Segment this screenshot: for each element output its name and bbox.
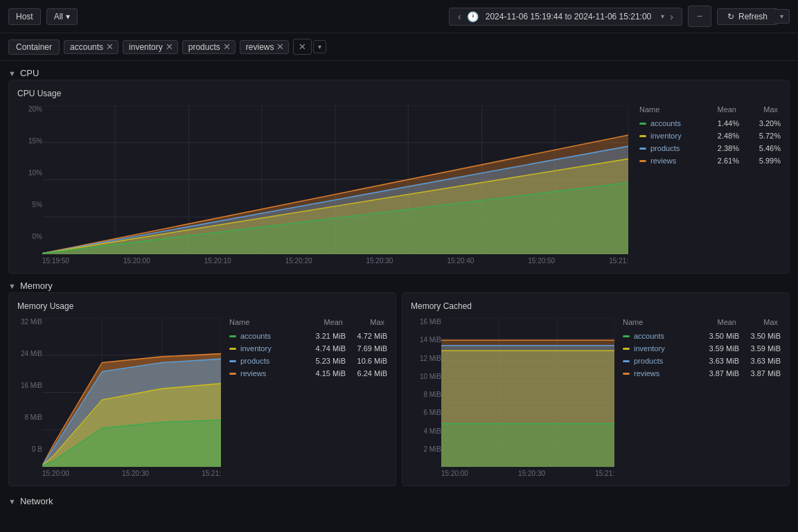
mc-x-3: 15:21:: [595, 470, 614, 477]
inventory-tag-close[interactable]: ✕: [166, 42, 173, 51]
memory-chevron-icon: ▼: [8, 282, 16, 290]
time-range-nav: ‹ 🕐 2024-11-06 15:19:44 to 2024-11-06 15…: [449, 8, 682, 26]
mu-reviews-max: 6.24 MiB: [346, 369, 387, 378]
mc-reviews-name: reviews: [634, 369, 698, 378]
mu-y-24: 24 MiB: [17, 350, 42, 357]
reviews-max: 5.99%: [739, 157, 781, 165]
mc-legend-inventory: inventory 3.59 MiB 3.59 MiB: [623, 344, 781, 353]
network-section-title: Network: [20, 496, 53, 506]
cpu-y-labels: 20% 15% 10% 5% 0%: [17, 105, 42, 254]
mu-legend-accounts: accounts 3.21 MiB 4.72 MiB: [229, 332, 387, 340]
mu-accounts-mean: 3.21 MiB: [304, 332, 346, 340]
cpu-legend-max-col: Max: [736, 105, 778, 114]
mu-accounts-name: accounts: [240, 332, 304, 340]
memory-usage-inner: 32 MiB 24 MiB 16 MiB 8 MiB 0 B: [17, 318, 221, 467]
memory-section-header[interactable]: ▼ Memory: [8, 279, 790, 292]
mc-y-10: 10 MiB: [411, 373, 441, 380]
reviews-tag-label: reviews: [246, 42, 274, 52]
host-button[interactable]: Host: [8, 8, 41, 25]
mu-legend-inventory: inventory 4.74 MiB 7.69 MiB: [229, 344, 387, 353]
inventory-dot: [639, 135, 646, 137]
cpu-x-3: 15:20:10: [204, 257, 231, 265]
all-dropdown[interactable]: All ▾: [46, 8, 78, 25]
main-content: ▼ CPU CPU Usage 20% 15% 10% 5% 0%: [0, 61, 798, 532]
accounts-tag-close[interactable]: ✕: [106, 42, 114, 51]
refresh-dropdown-button[interactable]: ▾: [774, 9, 790, 24]
memory-usage-x-labels: 15:20:00 15:20:30 15:21:: [17, 470, 221, 477]
cpu-chart-area: 20% 15% 10% 5% 0%: [17, 105, 628, 265]
mc-reviews-dot: [623, 373, 630, 375]
mu-reviews-name: reviews: [240, 369, 304, 378]
refresh-button[interactable]: ↻ Refresh: [717, 8, 778, 25]
mu-products-name: products: [240, 357, 304, 365]
mc-y-8: 8 MiB: [411, 391, 441, 398]
zoom-out-button[interactable]: －: [688, 6, 711, 27]
network-section-header[interactable]: ▼ Network: [8, 495, 790, 508]
mu-inventory-name: inventory: [240, 344, 304, 353]
cpu-legend: Name Mean Max accounts 1.44% 3.20% inven…: [628, 105, 781, 265]
chevron-down-icon: ▾: [66, 12, 70, 21]
mu-products-max: 10.6 MiB: [346, 357, 387, 365]
cpu-y-15: 15%: [17, 137, 42, 145]
cpu-chart-panel: CPU Usage 20% 15% 10% 5% 0%: [8, 80, 790, 274]
memory-cached-chart-container: 16 MiB 14 MiB 12 MiB 10 MiB 8 MiB 6 MiB …: [411, 318, 781, 477]
filter-extra-buttons: ✕ ▾: [293, 39, 326, 55]
mu-x-3: 15:21:: [202, 470, 221, 477]
cpu-legend-products: products 2.38% 5.46%: [639, 144, 781, 152]
container-filter-button[interactable]: Container: [8, 39, 60, 55]
cpu-x-labels: 15:19:50 15:20:00 15:20:10 15:20:20 15:2…: [17, 257, 628, 265]
mc-x-2: 15:20:30: [518, 470, 545, 477]
memory-cached-svg-area: [441, 318, 614, 467]
next-arrow-icon[interactable]: ›: [667, 11, 676, 22]
mu-x-2: 15:20:30: [122, 470, 149, 477]
mc-legend-reviews: reviews 3.87 MiB 3.87 MiB: [623, 369, 781, 378]
mc-legend-accounts: accounts 3.50 MiB 3.50 MiB: [623, 332, 781, 340]
filter-bar: Container accounts ✕ inventory ✕ product…: [0, 33, 798, 61]
mc-reviews-mean: 3.87 MiB: [698, 369, 739, 378]
mu-accounts-max: 4.72 MiB: [346, 332, 387, 340]
cpu-chevron-icon: ▼: [8, 69, 16, 78]
accounts-tag-label: accounts: [70, 42, 103, 52]
reviews-mean: 2.61%: [698, 157, 739, 165]
inventory-tag-label: inventory: [129, 42, 163, 52]
network-chevron-icon: ▼: [8, 497, 16, 506]
products-tag-close[interactable]: ✕: [223, 42, 231, 51]
memory-section: ▼ Memory Memory Usage 32 MiB 24 MiB 16 M…: [8, 279, 790, 486]
memory-panels-row: Memory Usage 32 MiB 24 MiB 16 MiB 8 MiB …: [8, 292, 790, 486]
reviews-tag[interactable]: reviews ✕: [240, 40, 290, 54]
time-caret-icon[interactable]: ▾: [661, 12, 664, 20]
mu-reviews-mean: 4.15 MiB: [304, 369, 346, 378]
accounts-tag[interactable]: accounts ✕: [64, 40, 118, 54]
cpu-x-6: 15:20:40: [447, 257, 474, 265]
memory-usage-legend: Name Mean Max accounts 3.21 MiB 4.72 MiB: [221, 318, 387, 477]
cpu-svg: [42, 105, 628, 254]
svg-marker-46: [441, 424, 614, 467]
clear-filters-button[interactable]: ✕: [293, 39, 312, 55]
refresh-label: Refresh: [738, 12, 768, 21]
mu-legend-mean-col: Mean: [301, 318, 343, 326]
cpu-section-header[interactable]: ▼ CPU: [8, 66, 790, 80]
memory-cached-legend: Name Mean Max accounts 3.50 MiB 3.50 MiB: [614, 318, 781, 477]
inventory-legend-name: inventory: [650, 132, 698, 140]
memory-cached-panel: Memory Cached 16 MiB 14 MiB 12 MiB 10 Mi…: [402, 292, 790, 486]
cpu-legend-header: Name Mean Max: [639, 105, 781, 114]
products-tag-label: products: [188, 42, 220, 52]
inventory-max: 5.72%: [739, 132, 781, 140]
expand-filters-button[interactable]: ▾: [313, 40, 326, 53]
reviews-tag-close[interactable]: ✕: [276, 42, 284, 51]
mc-y-16: 16 MiB: [411, 318, 441, 326]
mc-y-6: 6 MiB: [411, 409, 441, 416]
mu-inventory-mean: 4.74 MiB: [304, 344, 346, 353]
mc-legend-max-col: Max: [736, 318, 778, 326]
inventory-mean: 2.48%: [698, 132, 739, 140]
cpu-x-4: 15:20:20: [285, 257, 312, 265]
products-tag[interactable]: products ✕: [182, 40, 236, 54]
cpu-chart-title: CPU Usage: [17, 89, 781, 98]
inventory-tag[interactable]: inventory ✕: [123, 40, 178, 54]
prev-arrow-icon[interactable]: ‹: [455, 11, 464, 22]
memory-cached-y-labels: 16 MiB 14 MiB 12 MiB 10 MiB 8 MiB 6 MiB …: [411, 318, 441, 467]
products-legend-name: products: [650, 144, 698, 152]
products-mean: 2.38%: [698, 144, 739, 152]
cpu-svg-area: [42, 105, 628, 254]
refresh-group: ↻ Refresh ▾: [717, 8, 790, 25]
